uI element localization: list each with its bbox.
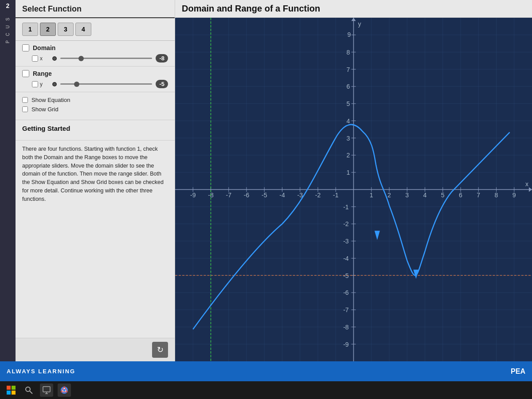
svg-text:-1: -1 (343, 203, 349, 211)
sidebar-number: 2 (6, 2, 10, 9)
refresh-button[interactable]: ↻ (152, 342, 168, 358)
svg-text:4: 4 (423, 192, 427, 199)
graph-svg: 1 2 3 4 5 6 7 8 9 -1 -2 -3 -4 - (175, 18, 532, 361)
svg-text:5: 5 (441, 192, 445, 199)
show-grid-label: Show Grid (31, 106, 59, 113)
y-slider-dot (52, 82, 57, 86)
options-section: Show Equation Show Grid (16, 92, 175, 120)
svg-text:-4: -4 (279, 192, 285, 199)
svg-text:3: 3 (405, 192, 409, 199)
x-checkbox[interactable] (32, 55, 38, 62)
domain-label: Domain (33, 44, 55, 51)
left-sidebar: 2 S U C P (0, 0, 16, 361)
sidebar-item-u[interactable]: U (4, 23, 11, 30)
y-label: y (40, 81, 49, 87)
x-slider-track[interactable] (60, 58, 152, 59)
svg-text:-7: -7 (343, 306, 349, 313)
graph-area: Domain and Range of a Function (175, 0, 532, 361)
range-section: Range y -5 (16, 66, 175, 92)
svg-text:-6: -6 (343, 289, 349, 296)
y-slider-track[interactable] (60, 83, 152, 85)
svg-text:-1: -1 (333, 192, 339, 199)
panel-header: Select Function (16, 0, 175, 18)
graph-title-bar: Domain and Range of a Function (175, 0, 532, 18)
x-slider-value: -8 (156, 54, 168, 63)
function-button-4[interactable]: 4 (75, 23, 91, 36)
svg-text:-9: -9 (190, 192, 196, 199)
search-button[interactable] (22, 383, 35, 397)
svg-text:-2: -2 (343, 220, 349, 227)
refresh-icon: ↻ (157, 345, 164, 355)
svg-text:-7: -7 (226, 192, 231, 199)
x-slider-thumb[interactable] (78, 56, 84, 61)
graph-canvas[interactable]: 1 2 3 4 5 6 7 8 9 -1 -2 -3 -4 - (175, 18, 532, 361)
svg-text:-2: -2 (315, 192, 321, 199)
panel-title: Select Function (22, 4, 168, 14)
function-buttons-row: 1 2 3 4 (16, 18, 175, 41)
function-button-3[interactable]: 3 (58, 23, 74, 36)
svg-text:5: 5 (347, 100, 350, 107)
bottom-bar: ALWAYS LEARNING PEA (0, 361, 532, 381)
start-button[interactable] (4, 383, 18, 397)
show-grid-checkbox[interactable] (22, 106, 28, 112)
svg-text:2: 2 (387, 192, 391, 199)
panel-footer: ↻ (16, 338, 175, 361)
svg-text:1: 1 (370, 192, 373, 199)
range-checkbox[interactable] (22, 70, 29, 77)
function-button-1[interactable]: 1 (22, 23, 38, 36)
svg-text:9: 9 (512, 192, 516, 199)
svg-text:2: 2 (347, 152, 350, 159)
show-equation-checkbox[interactable] (22, 97, 28, 103)
range-label: Range (33, 70, 52, 77)
svg-rect-122 (12, 386, 16, 390)
svg-line-126 (30, 391, 32, 394)
y-checkbox[interactable] (32, 81, 38, 87)
svg-text:-9: -9 (343, 341, 349, 348)
show-equation-label: Show Equation (31, 97, 70, 103)
monitor-button[interactable] (40, 383, 53, 397)
svg-text:7: 7 (477, 192, 480, 199)
windows-taskbar (0, 381, 532, 399)
svg-point-125 (26, 387, 30, 391)
y-slider-value: -5 (156, 80, 168, 88)
x-label: x (40, 55, 49, 62)
domain-section: Domain x -8 (16, 41, 175, 66)
sidebar-item-s[interactable]: S (4, 16, 11, 23)
svg-text:8: 8 (495, 192, 498, 199)
pea-label: PEA (511, 368, 525, 376)
svg-text:y: y (358, 20, 362, 27)
sidebar-item-c[interactable]: C (4, 31, 11, 38)
svg-text:x: x (525, 180, 528, 188)
description-text: There are four functions. Starting with … (22, 145, 168, 203)
svg-rect-121 (7, 386, 11, 390)
svg-text:6: 6 (459, 192, 462, 199)
svg-text:-8: -8 (343, 323, 349, 330)
svg-text:1: 1 (347, 169, 350, 176)
description-section: There are four functions. Starting with … (16, 141, 175, 338)
svg-text:9: 9 (348, 31, 351, 38)
svg-rect-127 (43, 387, 50, 392)
svg-rect-124 (12, 391, 16, 395)
svg-text:4: 4 (347, 117, 350, 124)
sidebar-item-p[interactable]: P (4, 39, 11, 45)
svg-text:-4: -4 (343, 254, 349, 262)
getting-started-section: Getting Started (16, 120, 175, 141)
domain-checkbox[interactable] (22, 44, 29, 51)
x-slider-dot (52, 56, 57, 61)
svg-text:7: 7 (347, 66, 350, 73)
svg-text:3: 3 (347, 135, 350, 142)
svg-rect-123 (7, 391, 11, 395)
svg-text:-5: -5 (262, 192, 267, 199)
control-panel: Select Function 1 2 3 4 Domain x (16, 0, 175, 361)
chrome-button[interactable] (58, 383, 71, 397)
getting-started-title: Getting Started (22, 125, 168, 132)
svg-point-132 (63, 389, 66, 391)
always-learning-label: ALWAYS LEARNING (7, 368, 75, 375)
graph-title: Domain and Range of a Function (182, 4, 320, 13)
svg-text:-3: -3 (343, 238, 349, 245)
svg-text:8: 8 (347, 48, 350, 55)
function-button-2[interactable]: 2 (40, 23, 56, 36)
svg-text:-6: -6 (244, 192, 250, 199)
y-slider-thumb[interactable] (74, 82, 79, 87)
svg-text:6: 6 (347, 83, 350, 90)
